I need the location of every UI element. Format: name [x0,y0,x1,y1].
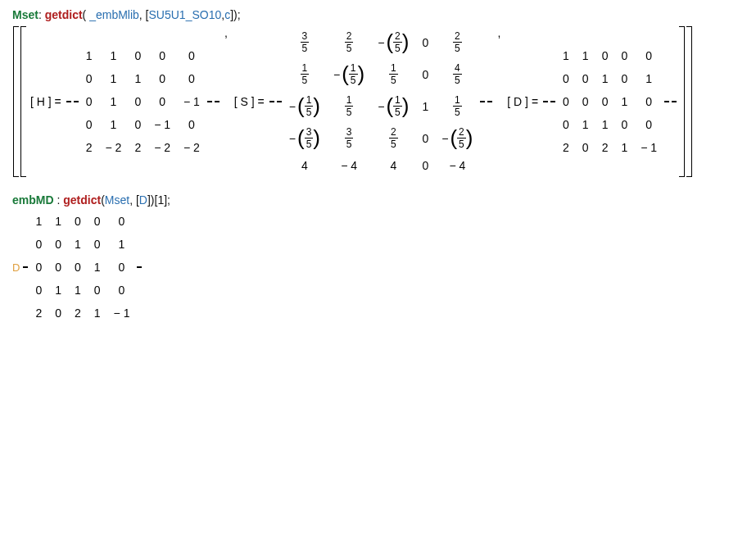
matrix-cell: 0 [556,90,576,113]
matrix-cell: 0 [29,279,48,302]
matrix-S: 3525−(25)02515−(15)15045−(15)15−(15)115−… [283,26,480,177]
matrix-cell: 0 [128,113,147,136]
open-paren: ( [83,8,90,21]
arg2: SU5U1_SO10 [149,8,222,21]
matrix-cell: 0 [556,113,576,136]
matrix-cell: 0 [48,233,68,256]
outer-bracket-r2 [679,26,685,177]
matrix-cell: 0 [614,113,634,136]
matrix-cell: 0 [79,113,99,136]
matrix-cell: 0 [556,67,576,90]
sep: , [ [139,8,149,21]
matrix-cell: 2 [556,136,576,159]
matrix-cell: 0 [415,26,435,58]
matrix-cell: 1 [88,302,107,325]
matrix-cell: 0 [88,233,107,256]
outer-bracket-l1 [13,26,19,177]
matrix-cell: 1 [614,90,634,113]
matrix-cell: 1 [634,67,663,90]
matrix-cell: 0 [29,256,48,279]
colon: : [38,8,45,21]
sep-2: , [ [129,193,139,207]
outer-bracket-r1 [686,26,692,177]
matrix-cell: − 2 [99,136,129,159]
matrix-cell: 0 [48,302,68,325]
matrix-cell: 0 [595,90,615,113]
matrix-cell: 1 [614,136,634,159]
matrix-cell: 15 [283,58,327,90]
comma-2: , [494,26,504,177]
matrix-cell: −(15) [283,90,327,122]
var-name-2: embMD [12,193,54,207]
matrix-cell: 1 [99,113,129,136]
matrix-cell: 0 [634,44,663,67]
matrix-cell: 4 [283,154,327,177]
close: ]); [230,8,240,21]
matrix-cell: 1 [68,279,88,302]
matrix-cell: 0 [576,67,595,90]
matrix-cell: 0 [177,44,206,67]
matrix-cell: 2 [79,136,99,159]
matrix-cell: 0 [88,279,107,302]
matrix-cell: 2 [128,136,147,159]
matrix-cell: 45 [435,58,479,90]
matrix-cell: 0 [595,44,615,67]
matrix-cell: 0 [415,154,435,177]
matrix-cell: 25 [327,26,371,58]
matrix-cell: 1 [576,44,595,67]
matrix-cell: − 4 [327,154,371,177]
matrix-cell: − 1 [634,136,663,159]
matrix-cell: 1 [99,90,129,113]
matrix-cell: 0 [415,58,435,90]
matrix-cell: 1 [107,233,137,256]
output-label-D: D [12,261,21,274]
matrix-cell: 0 [48,256,68,279]
matrix-cell: 25 [435,26,479,58]
arg2-2: D [139,193,147,207]
matrix-cell: 25 [371,122,415,154]
matrix-cell: 0 [128,90,147,113]
close-2: ])[1]; [147,193,170,207]
matrix-cell: 0 [147,90,177,113]
segment-D: [ D ] = 110000010100010011002021− 1 [504,26,678,177]
matrix-cell: 1 [68,233,88,256]
output-block-1: [ H ] = 11000011000100− 1010− 102− 22− 2… [12,26,744,177]
matrix-cell: 0 [68,256,88,279]
matrix-cell: −(35) [283,122,327,154]
arg1: _embMlib [89,8,139,21]
matrix-cell: 0 [634,113,663,136]
matrix-cell: 0 [29,233,48,256]
fn-name-2: getdict [63,193,101,207]
matrix-cell: 0 [88,210,107,233]
matrix-cell: 1 [99,67,129,90]
matrix-cell: −(15) [371,90,415,122]
matrix-cell: 2 [29,302,48,325]
matrix-cell: 1 [29,210,48,233]
outer-bracket-l2 [20,26,26,177]
matrix-cell: 0 [177,67,206,90]
matrix-H: 11000011000100− 1010− 102− 22− 2− 2 [79,44,206,159]
matrix-cell: 1 [48,210,68,233]
matrix-cell: 15 [327,90,371,122]
matrix-cell: 1 [99,44,129,67]
segment-S: [ S ] = 3525−(25)02515−(15)15045−(15)15−… [231,26,495,177]
matrix-cell: 1 [556,44,576,67]
matrix-cell: 35 [327,122,371,154]
matrix-cell: 0 [79,90,99,113]
comma-1: , [221,26,231,177]
matrix-cell: 4 [371,154,415,177]
code-line-2: embMD : getdict(Mset, [D])[1]; [12,193,744,207]
matrix-cell: 35 [283,26,327,58]
matrix-cell: 1 [79,44,99,67]
matrix-cell: 0 [107,256,137,279]
matrix-cell: − 1 [147,113,177,136]
matrix-cell: 1 [576,113,595,136]
matrix-cell: −(25) [435,122,479,154]
code-line-1: Mset: getdict( _embMlib, [SU5U1_SO10,c])… [12,8,744,21]
matrix-cell: −(25) [371,26,415,58]
matrix-cell: 0 [415,122,435,154]
matrix-D: 110000010100010011002021− 1 [556,44,663,159]
label-S: [ S ] = [231,95,268,108]
colon-2: : [54,193,64,207]
label-H: [ H ] = [27,95,65,108]
